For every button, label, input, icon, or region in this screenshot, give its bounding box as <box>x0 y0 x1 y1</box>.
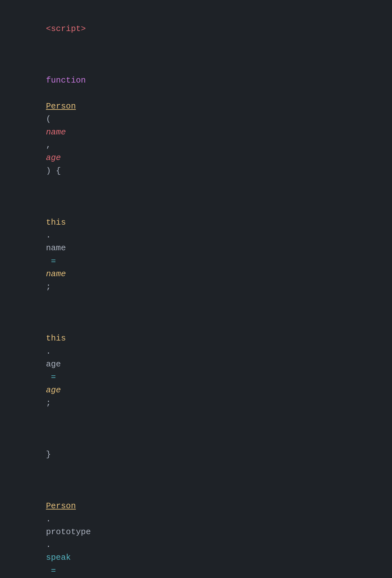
line-this-age: this . age = age ; <box>0 306 392 422</box>
keyword-function: function <box>46 76 86 85</box>
prop-age: age <box>46 359 61 369</box>
line-close-1: } <box>0 422 392 474</box>
val-name: name <box>46 269 66 279</box>
line-func-person: function Person ( name , age ) { <box>0 48 392 190</box>
line-script-open: <script> <box>0 10 392 48</box>
param-name: name <box>46 127 66 137</box>
this-keyword-2: this <box>46 333 66 343</box>
person-prototype: Person <box>46 501 76 511</box>
tag-script-open: <script> <box>46 24 86 34</box>
param-age: age <box>46 153 61 163</box>
line-prototype: Person . prototype . speak = function ()… <box>0 474 392 578</box>
person-name: Person <box>46 101 76 111</box>
prop-name: name <box>46 243 66 253</box>
this-keyword-1: this <box>46 218 66 227</box>
code-block: <script> function Person ( name , age ) … <box>0 6 392 578</box>
val-age: age <box>46 385 61 395</box>
line-this-name: this . name = name ; <box>0 190 392 306</box>
